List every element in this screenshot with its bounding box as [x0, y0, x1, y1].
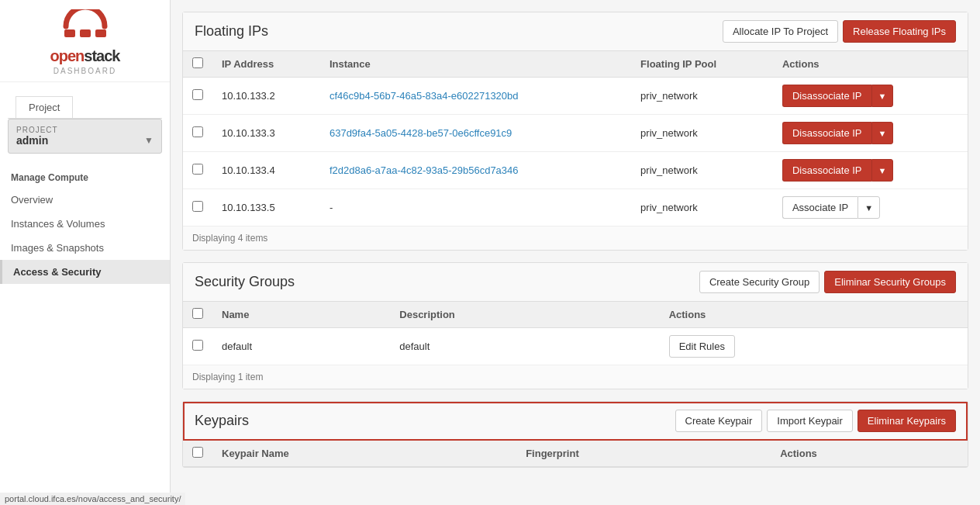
sidebar-item-overview[interactable]: Overview [0, 188, 170, 212]
floating-ips-select-all[interactable] [192, 57, 203, 68]
create-keypair-button[interactable]: Create Keypair [675, 410, 763, 432]
table-row: 10.10.133.2 cf46c9b4-56b7-46a5-83a4-e602… [183, 78, 968, 115]
table-row: 10.10.133.3 637d9fa4-5a05-4428-be57-0e6c… [183, 115, 968, 152]
floating-ips-header-row: IP Address Instance Floating IP Pool Act… [183, 51, 968, 78]
logo-text: openstack [50, 47, 120, 65]
col-fingerprint: Fingerprint [516, 441, 771, 467]
manage-compute-label: Manage Compute [0, 161, 170, 188]
project-value: admin [16, 134, 48, 147]
floating-ips-displaying: Displaying 4 items [183, 226, 968, 250]
ip-3: 10.10.133.5 [212, 189, 320, 227]
ip-0: 10.10.133.2 [212, 78, 320, 115]
disassociate-btn-0[interactable]: Disassociate IP [782, 85, 871, 107]
release-floating-ips-button[interactable]: Release Floating IPs [843, 20, 956, 43]
keypairs-select-all[interactable] [192, 447, 203, 458]
associate-btn-3[interactable]: Associate IP [782, 196, 858, 219]
floating-ips-header: Floating IPs Allocate IP To Project Rele… [183, 12, 968, 51]
pool-2: priv_network [631, 152, 773, 189]
disassociate-split-1: Disassociate IP ▼ [782, 122, 958, 144]
instance-link-2: f2d2d8a6-a7aa-4c82-93a5-29b56cd7a346 [330, 164, 519, 176]
col-keypair-name: Keypair Name [212, 441, 516, 467]
keypairs-section: Keypairs Create Keypair Import Keypair E… [182, 401, 968, 468]
table-row: 10.10.133.5 - priv_network Associate IP … [183, 189, 968, 227]
instance-3: - [320, 189, 631, 227]
disassociate-dropdown-2[interactable]: ▼ [871, 159, 894, 182]
security-groups-header: Security Groups Create Security Group El… [183, 263, 968, 302]
instance-1[interactable]: 637d9fa4-5a05-4428-be57-0e6cffce91c9 [320, 115, 631, 152]
sidebar-item-images-snapshots[interactable]: Images & Snapshots [0, 236, 170, 260]
disassociate-btn-1[interactable]: Disassociate IP [782, 122, 871, 144]
delete-security-groups-button[interactable]: Eliminar Security Groups [824, 271, 956, 293]
col-sg-name: Name [212, 302, 390, 328]
col-actions: Actions [773, 51, 968, 78]
col-ip-address: IP Address [212, 51, 320, 78]
sg-row-checkbox-0[interactable] [192, 340, 203, 351]
row-checkbox-0[interactable] [192, 89, 203, 100]
instance-0[interactable]: cf46c9b4-56b7-46a5-83a4-e602271320bd [320, 78, 631, 115]
keypairs-header: Keypairs Create Keypair Import Keypair E… [183, 402, 968, 441]
bottom-url-bar: portal.cloud.ifca.es/nova/access_and_sec… [0, 493, 185, 505]
project-arrow-icon: ▼ [144, 135, 154, 146]
floating-ips-actions: Allocate IP To Project Release Floating … [723, 20, 956, 43]
pool-3: priv_network [631, 189, 773, 227]
table-row: default default Edit Rules [183, 328, 968, 365]
keypairs-header-row: Keypair Name Fingerprint Actions [183, 441, 968, 467]
import-keypair-button[interactable]: Import Keypair [767, 410, 853, 432]
security-groups-title: Security Groups [195, 274, 295, 290]
security-groups-displaying: Displaying 1 item [183, 365, 968, 389]
action-cell-2: Disassociate IP ▼ [773, 152, 968, 189]
security-groups-actions: Create Security Group Eliminar Security … [699, 271, 956, 293]
main-content: Floating IPs Allocate IP To Project Rele… [171, 0, 980, 505]
sg-name-0: default [212, 328, 390, 365]
ip-1: 10.10.133.3 [212, 115, 320, 152]
create-security-group-button[interactable]: Create Security Group [699, 271, 820, 293]
disassociate-btn-2[interactable]: Disassociate IP [782, 159, 871, 182]
sidebar-item-instances-volumes[interactable]: Instances & Volumes [0, 212, 170, 236]
col-floating-ip-pool: Floating IP Pool [631, 51, 773, 78]
openstack-logo-icon [58, 9, 112, 44]
instance-link-1: 637d9fa4-5a05-4428-be57-0e6cffce91c9 [330, 127, 512, 139]
allocate-ip-button[interactable]: Allocate IP To Project [723, 20, 838, 43]
associate-dropdown-3[interactable]: ▼ [858, 196, 880, 219]
sg-action-cell-0: Edit Rules [660, 328, 968, 365]
project-tab[interactable]: Project [16, 96, 73, 118]
pool-0: priv_network [631, 78, 773, 115]
project-label: PROJECT [16, 126, 154, 134]
associate-split-3: Associate IP ▼ [782, 196, 958, 219]
security-groups-select-all[interactable] [192, 308, 203, 319]
keypairs-actions: Create Keypair Import Keypair Eliminar K… [675, 410, 956, 432]
svg-rect-2 [95, 29, 106, 37]
disassociate-dropdown-0[interactable]: ▼ [871, 85, 894, 107]
keypairs-title: Keypairs [195, 413, 249, 429]
project-selector[interactable]: PROJECT admin ▼ [8, 119, 162, 154]
disassociate-split-2: Disassociate IP ▼ [782, 159, 958, 182]
security-groups-table: Name Description Actions default default… [183, 302, 968, 365]
instance-2[interactable]: f2d2d8a6-a7aa-4c82-93a5-29b56cd7a346 [320, 152, 631, 189]
keypairs-table: Keypair Name Fingerprint Actions [183, 441, 968, 467]
floating-ips-table: IP Address Instance Floating IP Pool Act… [183, 51, 968, 226]
sidebar-item-access-security[interactable]: Access & Security [0, 260, 170, 284]
action-cell-3: Associate IP ▼ [773, 189, 968, 227]
edit-rules-button-0[interactable]: Edit Rules [669, 335, 735, 358]
row-checkbox-2[interactable] [192, 164, 203, 175]
security-groups-header-row: Name Description Actions [183, 302, 968, 328]
floating-ips-section: Floating IPs Allocate IP To Project Rele… [182, 12, 968, 251]
row-checkbox-3[interactable] [192, 201, 203, 212]
dashboard-label: DASHBOARD [53, 67, 116, 75]
action-cell-0: Disassociate IP ▼ [773, 78, 968, 115]
delete-keypairs-button[interactable]: Eliminar Keypairs [858, 410, 956, 432]
col-instance: Instance [320, 51, 631, 78]
disassociate-split-0: Disassociate IP ▼ [782, 85, 958, 107]
svg-rect-0 [64, 29, 75, 37]
col-sg-description: Description [390, 302, 659, 328]
col-keypair-actions: Actions [771, 441, 968, 467]
row-checkbox-1[interactable] [192, 126, 203, 137]
ip-2: 10.10.133.4 [212, 152, 320, 189]
action-cell-1: Disassociate IP ▼ [773, 115, 968, 152]
floating-ips-title: Floating IPs [195, 23, 268, 40]
disassociate-dropdown-1[interactable]: ▼ [871, 122, 894, 144]
instance-link-0: cf46c9b4-56b7-46a5-83a4-e602271320bd [330, 90, 519, 102]
sidebar: openstack DASHBOARD Project PROJECT admi… [0, 0, 171, 505]
pool-1: priv_network [631, 115, 773, 152]
security-groups-section: Security Groups Create Security Group El… [182, 262, 968, 389]
